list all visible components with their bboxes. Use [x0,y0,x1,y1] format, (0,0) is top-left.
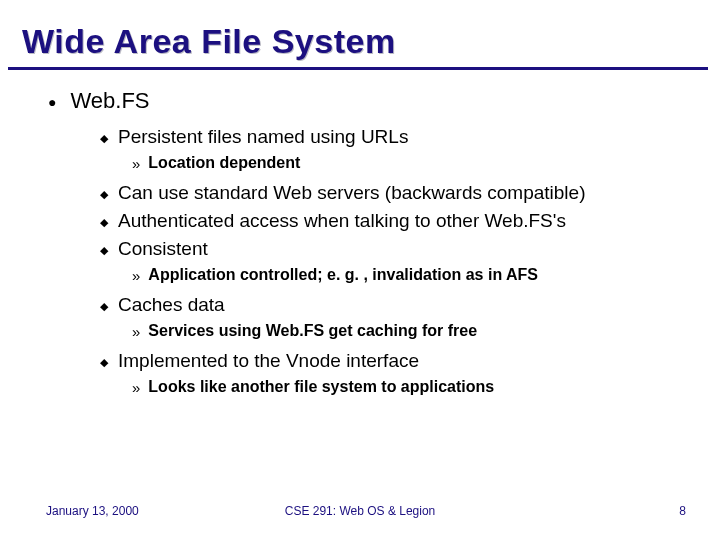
level2-group: ◆ Persistent files named using URLs » Lo… [100,126,692,398]
level2-text: Persistent files named using URLs [118,126,408,148]
level3-item: » Application controlled; e. g. , invali… [132,266,692,286]
footer-date: January 13, 2000 [46,504,139,518]
level3-group: » Location dependent [132,154,692,174]
arrow-bullet-icon: » [132,378,140,398]
level3-item: » Location dependent [132,154,692,174]
slide-title: Wide Area File System [0,0,720,67]
arrow-bullet-icon: » [132,154,140,174]
level2-item: ◆ Caches data [100,294,692,318]
slide: Wide Area File System ● Web.FS ◆ Persist… [0,0,720,540]
level2-item: ◆ Consistent [100,238,692,262]
level2-text: Caches data [118,294,225,316]
diamond-bullet-icon: ◆ [100,210,108,234]
level2-item: ◆ Authenticated access when talking to o… [100,210,692,234]
arrow-bullet-icon: » [132,266,140,286]
level2-item: ◆ Implemented to the Vnode interface [100,350,692,374]
level3-group: » Application controlled; e. g. , invali… [132,266,692,286]
diamond-bullet-icon: ◆ [100,294,108,318]
footer-page: 8 [679,504,686,518]
level3-group: » Services using Web.FS get caching for … [132,322,692,342]
level2-text: Consistent [118,238,208,260]
level3-text: Location dependent [148,154,300,172]
level2-text: Can use standard Web servers (backwards … [118,182,585,204]
level3-item: » Services using Web.FS get caching for … [132,322,692,342]
diamond-bullet-icon: ◆ [100,238,108,262]
level1-item: ● Web.FS [48,88,692,116]
level1-text: Web.FS [70,88,149,114]
circle-bullet-icon: ● [48,88,56,116]
level2-text: Implemented to the Vnode interface [118,350,419,372]
level2-item: ◆ Persistent files named using URLs [100,126,692,150]
slide-body: ● Web.FS ◆ Persistent files named using … [0,70,720,398]
arrow-bullet-icon: » [132,322,140,342]
slide-footer: January 13, 2000 CSE 291: Web OS & Legio… [0,504,720,518]
diamond-bullet-icon: ◆ [100,350,108,374]
level2-text: Authenticated access when talking to oth… [118,210,566,232]
level3-text: Services using Web.FS get caching for fr… [148,322,477,340]
level3-text: Looks like another file system to applic… [148,378,494,396]
level3-item: » Looks like another file system to appl… [132,378,692,398]
level2-item: ◆ Can use standard Web servers (backward… [100,182,692,206]
diamond-bullet-icon: ◆ [100,126,108,150]
diamond-bullet-icon: ◆ [100,182,108,206]
level3-group: » Looks like another file system to appl… [132,378,692,398]
level3-text: Application controlled; e. g. , invalida… [148,266,538,284]
